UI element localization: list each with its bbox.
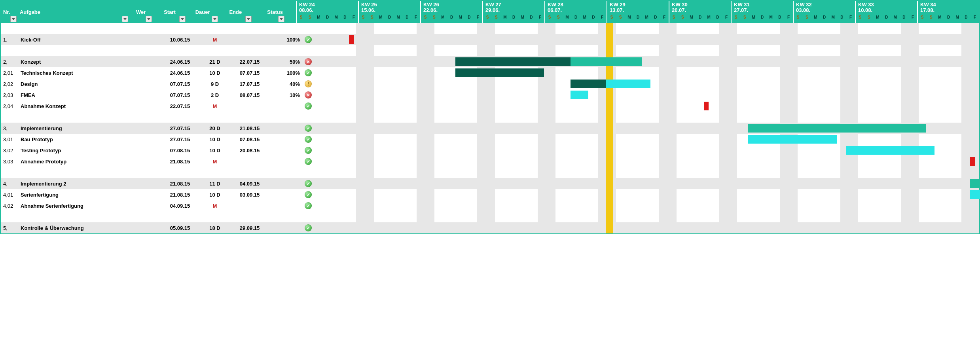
gantt-cell (313, 34, 979, 45)
cell-nr[interactable]: 4,02 (1, 203, 18, 209)
gantt-bar[interactable] (748, 124, 926, 133)
filter-wer[interactable] (146, 16, 152, 22)
filter-start[interactable] (179, 16, 186, 22)
cell-start[interactable]: 21.08.15 (162, 159, 198, 165)
cell-start[interactable]: 05.09.15 (162, 225, 198, 231)
cell-start[interactable]: 07.07.15 (162, 81, 198, 87)
milestone-marker[interactable] (704, 102, 709, 110)
cell-nr[interactable]: 2,03 (1, 92, 18, 98)
cell-ende[interactable]: 07.08.15 (232, 136, 267, 142)
cell-start[interactable]: 22.07.15 (162, 103, 198, 109)
cell-nr[interactable]: 3,03 (1, 159, 18, 165)
header-dauer-label: Dauer (189, 9, 216, 15)
cell-nr[interactable]: 1, (1, 37, 18, 43)
cell-dauer[interactable]: 21 D (198, 59, 232, 65)
cell-aufgabe[interactable]: Abnahme Prototyp (18, 159, 137, 165)
cell-start[interactable]: 24.06.15 (162, 70, 198, 76)
header-dauer: Dauer (186, 1, 218, 23)
gantt-bar[interactable] (970, 190, 980, 199)
cell-start[interactable]: 24.06.15 (162, 59, 198, 65)
gantt-bar[interactable] (846, 146, 935, 155)
cell-nr[interactable]: 2, (1, 59, 18, 65)
cell-aufgabe[interactable]: Abnahme Serienfertigung (18, 203, 137, 209)
cell-start[interactable]: 07.07.15 (162, 92, 198, 98)
cell-ende[interactable]: 22.07.15 (232, 59, 267, 65)
cell-status[interactable]: 100% (267, 70, 302, 76)
cell-ende[interactable]: 21.08.15 (232, 125, 267, 131)
header-status: Status (252, 1, 285, 23)
cell-dauer[interactable]: 20 D (198, 125, 232, 131)
cell-dauer[interactable]: 2 D (198, 92, 232, 98)
cell-nr[interactable]: 4,01 (1, 192, 18, 198)
cell-dauer[interactable]: M (198, 203, 232, 209)
cell-nr[interactable]: 3,02 (1, 148, 18, 153)
cell-ende[interactable]: 04.09.15 (232, 181, 267, 187)
cell-ende[interactable]: 07.07.15 (232, 70, 267, 76)
cell-ende[interactable]: 03.09.15 (232, 192, 267, 198)
cell-ende[interactable]: 17.07.15 (232, 81, 267, 87)
filter-ende[interactable] (245, 16, 252, 22)
gantt-cell (313, 178, 979, 189)
milestone-marker[interactable] (970, 157, 975, 166)
cell-dauer[interactable]: 10 D (198, 148, 232, 153)
cell-dauer[interactable]: M (198, 103, 232, 109)
cell-ende[interactable]: 08.07.15 (232, 92, 267, 98)
cell-status[interactable]: 40% (267, 81, 302, 87)
cell-dauer[interactable]: 10 D (198, 136, 232, 142)
cell-aufgabe[interactable]: Bau Prototyp (18, 136, 137, 142)
cell-aufgabe[interactable]: Kick-Off (18, 37, 137, 43)
cell-dauer[interactable]: 18 D (198, 225, 232, 231)
filter-nr[interactable] (10, 16, 17, 22)
cell-dauer[interactable]: M (198, 37, 232, 43)
cell-aufgabe[interactable]: Design (18, 81, 137, 87)
cell-ende[interactable]: 29.09.15 (232, 225, 267, 231)
blank-row (1, 112, 979, 123)
cell-aufgabe[interactable]: FMEA (18, 92, 137, 98)
cell-start[interactable]: 27.07.15 (162, 136, 198, 142)
cell-aufgabe[interactable]: Technisches Konzept (18, 70, 137, 76)
cell-aufgabe[interactable]: Konzept (18, 59, 137, 65)
cell-start[interactable]: 04.09.15 (162, 203, 198, 209)
cell-nr[interactable]: 3,01 (1, 136, 18, 142)
gantt-bar[interactable] (970, 179, 980, 188)
week-label: KW 3310.08. (856, 1, 917, 15)
cell-ende[interactable]: 20.08.15 (232, 148, 267, 153)
week-header: KW 2913.07.SSMDMDF (607, 1, 669, 23)
filter-status[interactable] (278, 16, 284, 22)
gantt-bar[interactable] (571, 91, 588, 99)
cell-status[interactable]: 100% (267, 37, 302, 43)
cell-start[interactable]: 21.08.15 (162, 181, 198, 187)
gantt-bar[interactable] (748, 135, 837, 144)
cell-aufgabe[interactable]: Serienfertigung (18, 192, 137, 198)
filter-aufgabe[interactable] (122, 16, 128, 22)
cell-aufgabe[interactable]: Abnahme Konzept (18, 103, 137, 109)
cell-status[interactable]: 10% (267, 92, 302, 98)
cell-nr[interactable]: 2,02 (1, 81, 18, 87)
day-labels: SSMDMDF (732, 15, 793, 23)
cell-status[interactable]: 50% (267, 59, 302, 65)
cell-nr[interactable]: 2,04 (1, 103, 18, 109)
cell-aufgabe[interactable]: Testing Prototyp (18, 148, 137, 153)
cell-nr[interactable]: 5, (1, 225, 18, 231)
week-label: KW 2408.06. (297, 1, 358, 15)
cell-dauer[interactable]: 9 D (198, 81, 232, 87)
header-ende: Ende (219, 1, 252, 23)
cell-start[interactable]: 21.08.15 (162, 192, 198, 198)
cell-start[interactable]: 07.08.15 (162, 148, 198, 153)
filter-dauer[interactable] (212, 16, 218, 22)
cell-nr[interactable]: 3, (1, 125, 18, 131)
cell-aufgabe[interactable]: Implementierung (18, 125, 137, 131)
cell-dauer[interactable]: 10 D (198, 192, 232, 198)
cell-nr[interactable]: 2,01 (1, 70, 18, 76)
cell-dauer[interactable]: 10 D (198, 70, 232, 76)
milestone-marker[interactable] (349, 35, 354, 44)
cell-dauer[interactable]: M (198, 159, 232, 165)
check-icon (305, 158, 312, 165)
cell-dauer[interactable]: 11 D (198, 181, 232, 187)
gantt-bar[interactable] (455, 68, 544, 77)
cell-start[interactable]: 27.07.15 (162, 125, 198, 131)
cell-aufgabe[interactable]: Implementierung 2 (18, 181, 137, 187)
cell-aufgabe[interactable]: Kontrolle & Überwachung (18, 225, 137, 231)
cell-nr[interactable]: 4, (1, 181, 18, 187)
cell-start[interactable]: 10.06.15 (162, 37, 198, 43)
